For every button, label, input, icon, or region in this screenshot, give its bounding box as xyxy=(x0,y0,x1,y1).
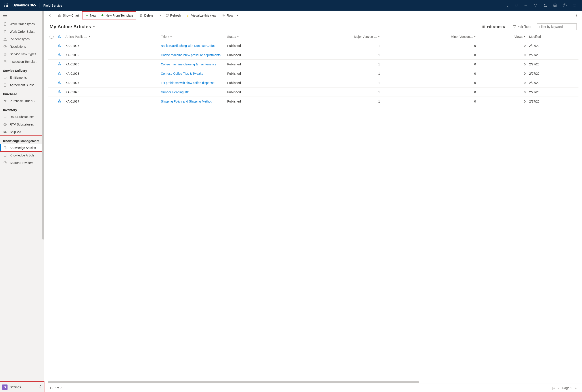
notifications-button[interactable] xyxy=(540,0,550,10)
nav-label: Service Task Types xyxy=(10,52,36,56)
nav-label: Work Order Types xyxy=(10,22,35,26)
nav-scroll[interactable]: Work Order Types Work Order Subst… Incid… xyxy=(0,20,44,382)
area-switcher[interactable]: S Settings xyxy=(0,382,44,392)
keyword-filter-input[interactable] xyxy=(539,25,574,28)
article-title-link[interactable]: Fix problems with slow coffee dispense xyxy=(161,81,215,85)
col-modified[interactable]: Modified xyxy=(527,32,578,41)
col-status[interactable]: Status▼ xyxy=(225,32,283,41)
nav-group-inventory: Inventory xyxy=(0,105,44,113)
nav-entitlements[interactable]: Entitlements xyxy=(0,74,44,81)
delete-button[interactable]: Delete xyxy=(137,12,155,18)
nav-label: Search Providers xyxy=(10,161,34,164)
new-button[interactable]: ＋New xyxy=(83,12,98,19)
nav-rma-substatuses[interactable]: RMA Substatuses xyxy=(0,113,44,121)
refresh-button[interactable]: Refresh xyxy=(163,12,183,18)
flow-button[interactable]: Flow ▼ xyxy=(219,12,241,18)
help-button[interactable] xyxy=(560,0,569,10)
article-title-link[interactable]: Shipping Policy and Shipping Method xyxy=(161,100,212,103)
hierarchy-cell[interactable] xyxy=(56,78,64,88)
table-row[interactable]: KA-01027 Fix problems with slow coffee d… xyxy=(48,78,578,88)
nav-purchase-order-s[interactable]: Purchase Order S… xyxy=(0,97,44,105)
nav-agreement-subst[interactable]: Agreement Subst… xyxy=(0,81,44,89)
article-title-link[interactable]: Basic Backflushing with Contoso Coffee xyxy=(161,44,215,48)
svg-point-25 xyxy=(5,40,5,40)
trash-icon xyxy=(139,14,143,17)
new-from-template-button[interactable]: ＋New From Template xyxy=(98,12,135,19)
cell-minor: 0 xyxy=(382,97,478,106)
hierarchy-cell[interactable] xyxy=(56,97,64,106)
next-page-button[interactable]: ▸ xyxy=(575,386,577,390)
table-row[interactable]: KA-01026 Basic Backflushing with Contoso… xyxy=(48,41,578,50)
col-views[interactable]: Views▼ xyxy=(478,32,527,41)
module-label[interactable]: Field Service xyxy=(43,4,63,7)
col-minor[interactable]: Minor Version…▼ xyxy=(382,32,478,41)
article-title-link[interactable]: Grinder cleaning 101 xyxy=(161,90,190,94)
cmd-label: Delete xyxy=(144,14,153,17)
overflow-button[interactable] xyxy=(573,12,580,19)
table-row[interactable]: KA-01023 Contoso Coffee Tips & Tweaks Pu… xyxy=(48,69,578,78)
article-title-link[interactable]: Contoso Coffee Tips & Tweaks xyxy=(161,72,203,75)
nav-knowledge-articles[interactable]: Knowledge Articles xyxy=(0,144,44,152)
nav-resolutions[interactable]: Resolutions xyxy=(0,43,44,50)
filter-button[interactable] xyxy=(531,0,540,10)
nav-work-order-types[interactable]: Work Order Types xyxy=(0,20,44,28)
col-title[interactable]: Title↑▼ xyxy=(159,32,225,41)
edit-columns-button[interactable]: Edit columns xyxy=(480,24,507,30)
brand-label[interactable]: Dynamics 365 xyxy=(13,3,36,7)
table-row[interactable]: KA-01028 Grinder cleaning 101 Published … xyxy=(48,88,578,97)
add-button[interactable] xyxy=(521,0,531,10)
assistant-button[interactable] xyxy=(569,0,579,10)
delete-split-button[interactable]: ▼ xyxy=(158,13,162,18)
nav-ship-via[interactable]: Ship Via xyxy=(0,128,44,136)
grid-footer: 1 - 7 of 7 |◂ ◂ Page 1 ▸ xyxy=(44,384,582,392)
col-article-public[interactable]: Article Public …▼ xyxy=(64,32,159,41)
nav-knowledge-article-templates[interactable]: Knowledge Article… xyxy=(0,152,44,159)
visualize-button[interactable]: Visualize this view xyxy=(184,12,219,18)
nav-work-order-subst[interactable]: Work Order Subst… xyxy=(0,28,44,35)
first-page-button[interactable]: |◂ xyxy=(552,386,554,390)
show-chart-button[interactable]: Show Chart xyxy=(56,12,81,18)
svg-point-7 xyxy=(6,6,7,7)
cmd-label: Show Chart xyxy=(63,14,79,17)
horizontal-scrollbar[interactable] xyxy=(48,382,578,384)
view-selector[interactable]: My Active Articles▼ xyxy=(50,24,95,30)
hierarchy-column[interactable] xyxy=(56,32,64,41)
keyword-filter[interactable] xyxy=(537,24,577,30)
cell-minor: 0 xyxy=(382,60,478,69)
settings-button[interactable] xyxy=(550,0,560,10)
hierarchy-cell[interactable] xyxy=(56,69,64,78)
table-row[interactable]: KA-01032 Coffee machine brew pressure ad… xyxy=(48,50,578,60)
nav-incident-types[interactable]: Incident Types xyxy=(0,35,44,43)
nav-service-task-types[interactable]: Service Task Types xyxy=(0,50,44,58)
article-title-link[interactable]: Coffee machine brew pressure adjustments xyxy=(161,53,220,57)
hierarchy-cell[interactable] xyxy=(56,88,64,97)
prev-page-button[interactable]: ◂ xyxy=(558,386,559,390)
grid-container[interactable]: Article Public …▼ Title↑▼ Status▼ Major … xyxy=(44,32,582,380)
view-title: My Active Articles xyxy=(50,24,91,30)
nav-rtv-substatuses[interactable]: RTV Substatuses xyxy=(0,121,44,128)
svg-point-42 xyxy=(5,162,6,163)
sidebar-toggle[interactable] xyxy=(0,10,44,20)
hierarchy-cell[interactable] xyxy=(56,50,64,60)
back-button[interactable] xyxy=(46,12,54,20)
cell-views: 0 xyxy=(478,69,527,78)
edit-filters-button[interactable]: Edit filters xyxy=(510,24,533,30)
article-title-link[interactable]: Coffee machine cleaning & maintenance xyxy=(161,62,216,66)
nav-search-providers[interactable]: Search Providers xyxy=(0,159,44,166)
select-all-checkbox[interactable] xyxy=(50,35,54,39)
table-row[interactable]: KA-01030 Coffee machine cleaning & maint… xyxy=(48,60,578,69)
table-row[interactable]: KA-01037 Shipping Policy and Shipping Me… xyxy=(48,97,578,106)
nav-inspection-templates[interactable]: Inspection Templa… xyxy=(0,58,44,66)
app-launcher-button[interactable] xyxy=(3,2,10,9)
svg-point-4 xyxy=(6,5,7,6)
hamburger-icon xyxy=(3,14,7,17)
search-button[interactable] xyxy=(501,0,511,10)
vh-label: Edit filters xyxy=(518,25,531,28)
hierarchy-cell[interactable] xyxy=(56,41,64,50)
col-major[interactable]: Major Version …▼ xyxy=(283,32,382,41)
sidebar-scrollbar[interactable] xyxy=(42,10,44,240)
hierarchy-cell[interactable] xyxy=(56,60,64,69)
global-topbar: Dynamics 365 Field Service xyxy=(0,0,582,10)
cell-modified: 2/27/20 xyxy=(527,60,578,69)
insights-button[interactable] xyxy=(511,0,521,10)
